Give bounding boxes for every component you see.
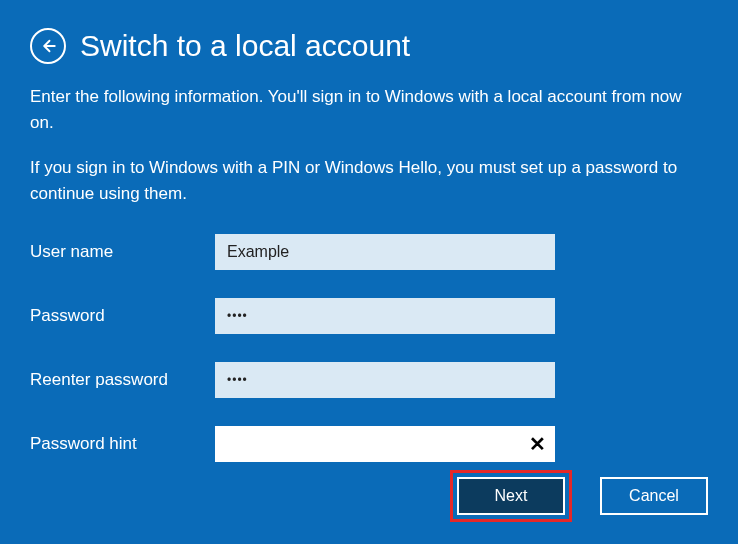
page-title: Switch to a local account (80, 29, 410, 63)
arrow-left-icon (39, 37, 57, 55)
hint-row: Password hint ✕ (30, 426, 708, 462)
description-text: Enter the following information. You'll … (30, 84, 708, 135)
password-label: Password (30, 306, 215, 326)
hint-input[interactable] (215, 426, 519, 462)
note-text: If you sign in to Windows with a PIN or … (30, 155, 708, 206)
reenter-label: Reenter password (30, 370, 215, 390)
clear-hint-button[interactable]: ✕ (519, 426, 555, 462)
password-row: Password (30, 298, 708, 334)
username-label: User name (30, 242, 215, 262)
password-input[interactable] (215, 298, 555, 334)
account-form: User name Password Reenter password Pass… (30, 234, 708, 462)
close-icon: ✕ (529, 432, 546, 456)
hint-field-wrap: ✕ (215, 426, 555, 462)
hint-label: Password hint (30, 434, 215, 454)
footer-buttons: Next Cancel (450, 470, 708, 522)
page-header: Switch to a local account (30, 28, 708, 64)
next-highlight: Next (450, 470, 572, 522)
reenter-row: Reenter password (30, 362, 708, 398)
username-input[interactable] (215, 234, 555, 270)
next-button[interactable]: Next (457, 477, 565, 515)
reenter-password-input[interactable] (215, 362, 555, 398)
cancel-button[interactable]: Cancel (600, 477, 708, 515)
back-button[interactable] (30, 28, 66, 64)
username-row: User name (30, 234, 708, 270)
